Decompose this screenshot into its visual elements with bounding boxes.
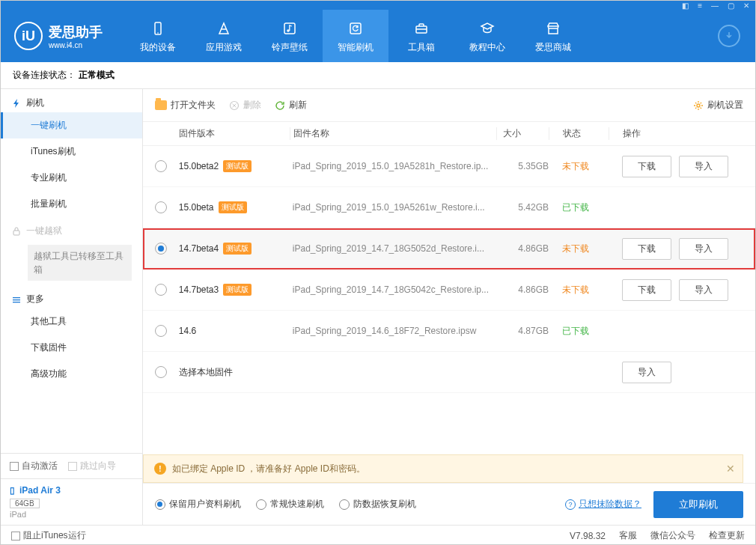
row-radio[interactable] [155, 366, 167, 378]
device-info: ▯iPad Air 3 64GB iPad [1, 478, 142, 525]
download-circle-icon[interactable] [718, 25, 740, 47]
row-radio[interactable] [155, 201, 167, 213]
flash-option-1[interactable]: 常规快速刷机 [256, 498, 324, 511]
download-button[interactable]: 下载 [622, 156, 671, 177]
delete-icon [229, 100, 240, 111]
flash-option-2[interactable]: 防数据恢复刷机 [339, 498, 416, 511]
download-button[interactable]: 下载 [622, 279, 671, 301]
warning-icon: ! [154, 463, 166, 475]
nav-tab-6[interactable]: 爱思商城 [520, 10, 586, 62]
import-button[interactable]: 导入 [679, 238, 728, 260]
version-label: 14.7beta4 [179, 243, 219, 254]
skip-guide-checkbox[interactable]: 跳过向导 [68, 460, 116, 472]
col-status: 状态 [549, 127, 609, 140]
nav-tab-4[interactable]: 工具箱 [388, 10, 454, 62]
nav-tab-2[interactable]: 铃声壁纸 [257, 10, 323, 62]
option-radio [155, 499, 165, 510]
folder-icon [155, 100, 167, 110]
auto-activate-checkbox[interactable]: 自动激活 [10, 460, 58, 472]
side-item-2-0[interactable]: 其他工具 [1, 308, 142, 335]
maximize-icon[interactable]: ▢ [728, 1, 734, 10]
version-label: 15.0beta [179, 202, 214, 213]
refresh-icon [347, 19, 364, 38]
nav-tab-1[interactable]: 应用游戏 [191, 10, 257, 62]
phone-icon [150, 19, 166, 38]
size-label: 4.86GB [518, 243, 549, 254]
table-row[interactable]: 选择本地固件导入 [143, 352, 755, 393]
row-radio[interactable] [155, 325, 167, 337]
firmware-name: iPad_Spring_2019_14.6_18F72_Restore.ipsw [293, 326, 477, 336]
status-value: 正常模式 [79, 69, 115, 82]
col-ops: 操作 [609, 127, 743, 140]
download-button[interactable]: 下载 [622, 238, 671, 260]
import-button[interactable]: 导入 [679, 279, 728, 301]
content: 打开文件夹 删除 刷新 刷机设置 固件版本 固件名称 大小 状态 操作 15.0… [143, 89, 755, 525]
side-item-0-0[interactable]: 一键刷机 [1, 112, 142, 138]
nav-tab-3[interactable]: 智能刷机 [323, 10, 388, 62]
device-model: iPad [10, 510, 133, 519]
side-item-0-2[interactable]: 专业刷机 [1, 165, 142, 191]
side-item-0-3[interactable]: 批量刷机 [1, 191, 142, 217]
menu-icon[interactable]: ≡ [698, 1, 702, 10]
settings-button[interactable]: 刷机设置 [693, 99, 743, 112]
option-radio [256, 499, 266, 510]
flash-icon [11, 98, 22, 109]
firmware-name: iPad_Spring_2019_14.7_18G5052d_Restore.i… [293, 243, 484, 254]
info-strip: ! 如已绑定 Apple ID ，请准备好 Apple ID和密码。 ✕ [143, 454, 743, 483]
row-radio[interactable] [155, 243, 167, 255]
table-row[interactable]: 14.7beta3测试版iPad_Spring_2019_14.7_18G504… [143, 270, 755, 311]
version-label: 选择本地固件 [179, 366, 233, 379]
refresh-button[interactable]: 刷新 [275, 99, 307, 112]
close-info-icon[interactable]: ✕ [726, 463, 735, 475]
option-radio [339, 499, 350, 510]
side-item-2-1[interactable]: 下载固件 [1, 335, 142, 361]
side-item-0-1[interactable]: iTunes刷机 [1, 138, 142, 165]
col-version: 固件版本 [179, 127, 290, 140]
size-label: 5.35GB [518, 161, 549, 171]
app-site: www.i4.cn [49, 41, 103, 49]
nav-tab-0[interactable]: 我的设备 [125, 10, 191, 62]
toolbar: 打开文件夹 删除 刷新 刷机设置 [143, 89, 755, 122]
footer-support[interactable]: 客服 [619, 529, 637, 542]
store-icon [545, 19, 561, 38]
status-label: 已下载 [562, 326, 589, 336]
minimize-icon[interactable]: — [711, 1, 719, 10]
device-capacity: 64GB [10, 499, 40, 508]
tablet-icon: ▯ [10, 485, 15, 496]
table-row[interactable]: 14.6iPad_Spring_2019_14.6_18F72_Restore.… [143, 311, 755, 352]
status-bar: 设备连接状态： 正常模式 [1, 62, 755, 89]
table-row[interactable]: 14.7beta4测试版iPad_Spring_2019_14.7_18G505… [143, 228, 755, 270]
side-group-2: 更多 [1, 285, 142, 308]
row-radio[interactable] [155, 160, 167, 172]
import-button[interactable]: 导入 [622, 362, 671, 383]
gear-icon [693, 100, 704, 111]
status-label: 未下载 [562, 243, 589, 254]
table-row[interactable]: 15.0beta测试版iPad_Spring_2019_15.0_19A5261… [143, 187, 755, 228]
table-header: 固件版本 固件名称 大小 状态 操作 [143, 122, 755, 146]
footer-update[interactable]: 检查更新 [709, 529, 745, 542]
size-label: 4.86GB [518, 284, 549, 295]
flash-now-button[interactable]: 立即刷机 [653, 491, 743, 518]
app-name: 爱思助手 [49, 23, 103, 41]
erase-link[interactable]: ? 只想抹除数据？ [565, 498, 641, 511]
delete-button[interactable]: 删除 [229, 99, 261, 112]
footer-wechat[interactable]: 微信公众号 [650, 529, 695, 542]
side-item-2-2[interactable]: 高级功能 [1, 361, 142, 387]
nav-tab-5[interactable]: 教程中心 [454, 10, 520, 62]
beta-badge: 测试版 [223, 243, 252, 255]
version-label: V7.98.32 [570, 531, 606, 541]
import-button[interactable]: 导入 [679, 156, 728, 177]
close-icon[interactable]: ✕ [743, 1, 749, 10]
firmware-name: iPad_Spring_2019_14.7_18G5042c_Restore.i… [293, 284, 489, 295]
side-note: 越狱工具已转移至工具箱 [28, 245, 132, 281]
flash-option-0[interactable]: 保留用户资料刷机 [155, 498, 241, 511]
table-row[interactable]: 15.0beta2测试版iPad_Spring_2019_15.0_19A528… [143, 146, 755, 187]
beta-badge: 测试版 [219, 201, 247, 213]
open-folder-button[interactable]: 打开文件夹 [155, 99, 216, 112]
sidebar: 刷机一键刷机iTunes刷机专业刷机批量刷机一键越狱越狱工具已转移至工具箱更多其… [1, 89, 143, 525]
refresh-icon [275, 100, 285, 111]
block-itunes-checkbox[interactable]: 阻止iTunes运行 [11, 529, 86, 542]
row-radio[interactable] [155, 284, 167, 296]
theme-icon[interactable]: ◧ [682, 1, 689, 10]
svg-rect-7 [13, 297, 20, 298]
